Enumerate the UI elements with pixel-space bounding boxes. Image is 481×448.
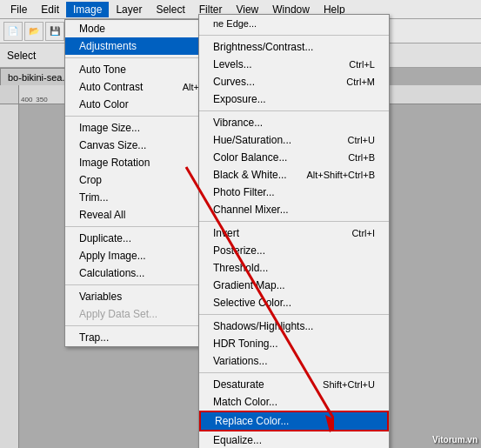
ruler-tick-350: 350 (34, 97, 49, 104)
menu-item-equalize[interactable]: Equalize... (199, 431, 389, 448)
menubar-item-select[interactable]: Select (149, 2, 191, 17)
ruler-vertical (0, 104, 19, 448)
menu-item-gradient-map[interactable]: Gradient Map... (199, 277, 389, 294)
menubar-item-layer[interactable]: Layer (109, 2, 149, 17)
menu-item-refine-edge[interactable]: ne Edge... (199, 15, 389, 32)
menu-item-selective-color[interactable]: Selective Color... (199, 294, 389, 311)
adjustments-submenu: ne Edge... Brightness/Contrast... Levels… (198, 14, 390, 448)
menu-item-match-color[interactable]: Match Color... (199, 393, 389, 411)
shortcut-label: Alt+Shift+Ctrl+B (306, 170, 375, 180)
menu-item-threshold[interactable]: Threshold... (199, 259, 389, 277)
new-button[interactable]: 📄 (3, 22, 23, 41)
menu-item-variations[interactable]: Variations... (199, 352, 389, 370)
menu-item-color-balance[interactable]: Color Balance... Ctrl+B (199, 149, 389, 166)
menu-item-shadows-highlights[interactable]: Shadows/Highlights... (199, 318, 389, 335)
separator (199, 110, 389, 111)
shortcut-label: Ctrl+L (349, 59, 375, 70)
select-label: Select (7, 50, 36, 62)
separator (199, 35, 389, 36)
menu-item-desaturate[interactable]: Desaturate Shift+Ctrl+U (199, 376, 389, 393)
menu-item-photo-filter[interactable]: Photo Filter... (199, 184, 389, 201)
shortcut-label: Ctrl+I (351, 228, 375, 238)
save-button[interactable]: 💾 (45, 22, 64, 41)
menubar-item-file[interactable]: File (3, 2, 34, 17)
separator (199, 221, 389, 222)
menu-item-invert[interactable]: Invert Ctrl+I (199, 224, 389, 242)
menu-item-black-white[interactable]: Black & White... Alt+Shift+Ctrl+B (199, 166, 389, 184)
menu-item-vibrance[interactable]: Vibrance... (199, 114, 389, 131)
separator (199, 314, 389, 315)
menu-item-hue-saturation[interactable]: Hue/Saturation... Ctrl+U (199, 131, 389, 149)
menu-item-curves[interactable]: Curves... Ctrl+M (199, 73, 389, 90)
ruler-tick-400: 400 (19, 97, 34, 104)
menu-item-hdr-toning[interactable]: HDR Toning... (199, 335, 389, 352)
menubar-item-image[interactable]: Image (66, 2, 109, 17)
menubar-item-edit[interactable]: Edit (34, 2, 66, 17)
menu-item-brightness-contrast[interactable]: Brightness/Contrast... (199, 38, 389, 56)
separator (199, 372, 389, 373)
shortcut-label: Shift+Ctrl+U (323, 379, 375, 390)
menu-item-channel-mixer[interactable]: Channel Mixer... (199, 201, 389, 218)
ruler-corner (0, 85, 19, 104)
shortcut-label: Ctrl+U (348, 135, 375, 145)
shortcut-label: Ctrl+B (348, 152, 375, 163)
menu-item-posterize[interactable]: Posterize... (199, 242, 389, 259)
menu-item-replace-color[interactable]: Replace Color... (199, 411, 389, 431)
open-button[interactable]: 📂 (24, 22, 43, 41)
menu-item-exposure[interactable]: Exposure... (199, 90, 389, 108)
shortcut-label: Ctrl+M (346, 77, 375, 87)
watermark: Vitorum.vn (432, 435, 478, 445)
menu-item-levels[interactable]: Levels... Ctrl+L (199, 56, 389, 73)
